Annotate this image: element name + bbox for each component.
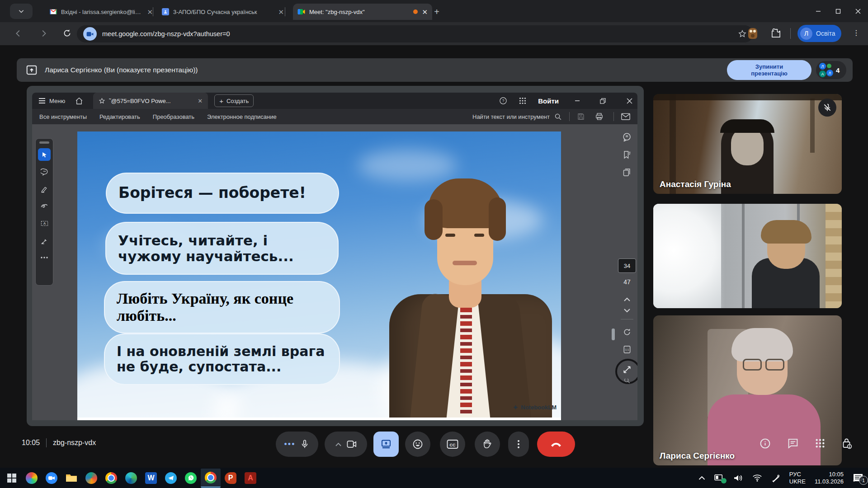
comments-panel-icon[interactable] <box>623 132 632 142</box>
pdf-search[interactable]: Найти текст или инструмент <box>472 113 562 121</box>
menu-all-tools[interactable]: Все инструменты <box>39 113 87 120</box>
tab-gmail[interactable]: Вхідні - larissa.sergienko@lispk ✕ <box>45 4 157 20</box>
bookmark-star-icon[interactable] <box>738 29 747 38</box>
comment-tool-button[interactable] <box>38 165 51 178</box>
clock[interactable]: 10:0511.03.2026 <box>815 471 844 485</box>
help-icon[interactable]: ? <box>499 97 507 105</box>
print-icon[interactable] <box>595 113 604 121</box>
participants-chip[interactable]: Л А Л 4 <box>816 61 846 79</box>
profile-chip[interactable]: Л Освіта <box>797 25 841 42</box>
address-bar[interactable]: meet.google.com/zbg-nszp-vdx?authuser=0 <box>77 25 753 42</box>
feather-app-icon[interactable] <box>22 469 42 487</box>
chrome-icon[interactable] <box>101 469 121 487</box>
language-indicator[interactable]: РУСUKRE <box>789 471 806 485</box>
next-page-icon[interactable] <box>624 309 630 313</box>
apps-grid-icon[interactable] <box>519 97 526 104</box>
file-explorer-icon[interactable] <box>61 469 81 487</box>
raise-hand-button[interactable] <box>475 432 500 457</box>
actual-size-icon[interactable]: 1:1 <box>623 345 632 354</box>
menu-esign[interactable]: Электронное подписание <box>207 113 277 120</box>
participant-tile-anastasia[interactable]: Анастасія Гуріна <box>653 94 842 194</box>
window-minimize-icon[interactable] <box>808 4 828 19</box>
activities-grid-icon[interactable] <box>815 438 825 448</box>
save-icon[interactable] <box>577 113 585 121</box>
pen-tray-icon[interactable] <box>771 474 780 483</box>
chrome-active-icon[interactable] <box>201 469 221 488</box>
rotate-page-icon[interactable] <box>623 328 632 337</box>
menu-convert[interactable]: Преобразовать <box>153 113 194 120</box>
forward-icon[interactable] <box>38 28 48 38</box>
display-tray-icon[interactable] <box>714 474 724 482</box>
tab-meet-active[interactable]: Meet: "zbg-nszp-vdx" ✕ <box>293 4 432 20</box>
close-tab-icon[interactable]: ✕ <box>422 9 428 15</box>
select-tool-button[interactable] <box>38 148 51 161</box>
telegram-icon[interactable] <box>161 469 181 487</box>
zoom-search-icon[interactable] <box>623 379 631 383</box>
mail-icon[interactable] <box>621 113 630 120</box>
new-tab-button[interactable]: + <box>430 5 443 18</box>
camera-in-use-icon[interactable] <box>83 27 97 41</box>
fit-width-button[interactable] <box>623 365 632 374</box>
draw-tool-button[interactable] <box>38 200 51 212</box>
pdf-login-button[interactable]: Войти <box>538 97 559 105</box>
reactions-button[interactable] <box>405 432 430 457</box>
dart-app-icon[interactable] <box>81 469 101 487</box>
acrobat-icon[interactable]: A <box>241 469 260 487</box>
window-maximize-icon[interactable] <box>828 4 848 19</box>
textbox-tool-button[interactable]: A <box>38 217 51 230</box>
pdf-restore-icon[interactable] <box>596 93 609 108</box>
pdf-minimize-icon[interactable] <box>571 93 584 108</box>
menu-edit[interactable]: Редактировать <box>99 113 140 120</box>
pdf-create-button[interactable]: + Создать <box>214 94 254 107</box>
participant-tile-student[interactable] <box>653 204 842 308</box>
bookmarks-panel-icon[interactable] <box>623 150 632 160</box>
chat-icon[interactable] <box>787 438 799 449</box>
reload-icon[interactable] <box>62 28 72 38</box>
camera-button[interactable] <box>325 432 367 457</box>
wifi-icon[interactable] <box>752 474 762 482</box>
extensions-puzzle-icon[interactable] <box>771 28 781 38</box>
mic-button[interactable]: ••• <box>276 432 318 457</box>
back-icon[interactable] <box>14 28 24 38</box>
tab-course[interactable]: 3-АПО/БПО Сучасна українськ ✕ <box>157 4 288 20</box>
captions-button[interactable]: CC <box>440 432 465 457</box>
browser-menu-icon[interactable]: ⋮ <box>853 28 860 37</box>
rail-handle[interactable] <box>39 141 49 144</box>
pdf-document-tab[interactable]: ˜@575=B0FVO Powe... ✕ <box>93 93 208 109</box>
scrollbar-thumb[interactable] <box>612 328 615 340</box>
edge-icon[interactable] <box>121 469 141 487</box>
close-tab-icon[interactable]: ✕ <box>278 9 284 15</box>
highlight-tool-button[interactable] <box>38 183 51 195</box>
previous-page-icon[interactable] <box>624 297 630 301</box>
more-tools-button[interactable] <box>38 251 51 264</box>
powerpoint-icon[interactable]: P <box>221 469 241 487</box>
mic-muted-badge <box>818 99 836 117</box>
pdf-menu-button[interactable]: Меню <box>38 98 65 104</box>
close-icon[interactable]: ✕ <box>198 98 203 104</box>
notebooklm-watermark: NotebookLM <box>513 404 557 411</box>
page-number-input[interactable] <box>618 258 636 273</box>
stop-presenting-button[interactable]: Зупинити презентацію <box>727 60 811 80</box>
home-icon[interactable] <box>75 97 83 105</box>
window-close-icon[interactable] <box>848 4 868 19</box>
tray-chevron-icon[interactable] <box>698 476 705 480</box>
info-icon[interactable] <box>760 438 771 449</box>
close-tab-icon[interactable]: ✕ <box>147 9 153 15</box>
whatsapp-icon[interactable] <box>181 469 201 487</box>
tab-search-button[interactable] <box>10 4 33 19</box>
start-button[interactable] <box>2 469 22 487</box>
present-button-active[interactable] <box>373 432 399 457</box>
notifications-button[interactable]: 1 <box>853 473 863 483</box>
audio-options-icon[interactable]: ••• <box>284 440 296 449</box>
pdf-close-icon[interactable] <box>621 93 637 108</box>
sign-tool-button[interactable] <box>38 234 51 247</box>
end-call-button[interactable] <box>537 432 575 457</box>
star-icon <box>99 98 105 104</box>
zoom-icon[interactable] <box>42 469 61 487</box>
owl-extension-icon[interactable] <box>748 28 759 39</box>
host-controls-lock-icon[interactable] <box>841 437 853 449</box>
word-icon[interactable]: W <box>141 469 161 487</box>
more-options-button[interactable] <box>508 432 529 457</box>
volume-icon[interactable] <box>733 474 743 482</box>
pages-panel-icon[interactable] <box>623 168 632 177</box>
